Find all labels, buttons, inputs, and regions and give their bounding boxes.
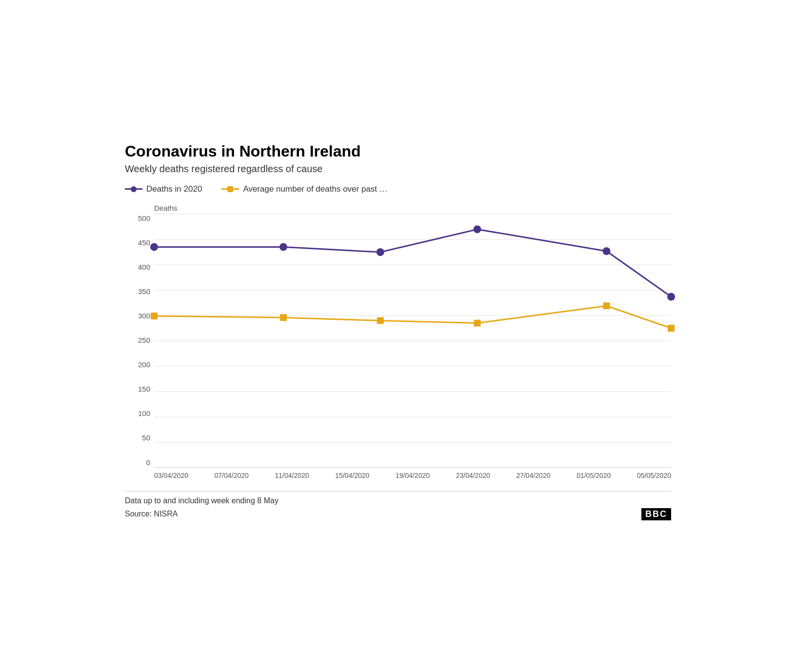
chart-container: Coronavirus in Northern Ireland Weekly d…	[105, 123, 691, 550]
plot-area	[154, 214, 671, 468]
series1-dot-1	[279, 243, 287, 251]
y-tick-400: 400	[125, 263, 154, 271]
series1-dot-5	[667, 293, 675, 300]
x-tick-2: 11/04/2020	[275, 472, 309, 479]
chart-subtitle: Weekly deaths registered regardless of c…	[125, 163, 671, 175]
series2-dot-1	[280, 314, 287, 321]
chart-source-row: Source: NISRA BBC	[125, 508, 671, 520]
series2-dot-4	[603, 302, 610, 309]
chart-source: Source: NISRA	[125, 510, 178, 518]
x-tick-4: 19/04/2020	[396, 472, 430, 479]
series1-dot-0	[150, 243, 158, 251]
y-tick-200: 200	[125, 360, 154, 369]
chart-area: Deaths 0 50 100 150 200 250 300 350 400 …	[125, 204, 671, 479]
purple-dot-icon	[131, 186, 137, 192]
legend-item-series2: Average number of deaths over past …	[221, 184, 387, 194]
y-tick-150: 150	[125, 385, 154, 393]
series2-dot-5	[668, 325, 675, 332]
chart-inner: 0 50 100 150 200 250 300 350 400 450 500	[125, 214, 671, 468]
y-tick-350: 350	[125, 287, 154, 296]
purple-line-icon	[125, 188, 142, 190]
x-tick-0: 03/04/2020	[154, 472, 188, 479]
bbc-logo: BBC	[641, 508, 671, 520]
y-tick-100: 100	[125, 409, 154, 417]
x-tick-3: 15/04/2020	[335, 472, 369, 479]
legend-series2-label: Average number of deaths over past …	[243, 184, 387, 194]
x-tick-1: 07/04/2020	[215, 472, 249, 479]
series2-dot-0	[151, 313, 158, 319]
y-tick-250: 250	[125, 336, 154, 344]
y-tick-50: 50	[125, 434, 154, 442]
x-tick-6: 27/04/2020	[516, 472, 550, 479]
legend-item-series1: Deaths in 2020	[125, 184, 202, 194]
chart-svg	[154, 214, 671, 468]
series1-dot-4	[603, 247, 611, 255]
x-tick-8: 05/05/2020	[637, 472, 671, 479]
legend: Deaths in 2020 Average number of deaths …	[125, 184, 671, 194]
series1-dot-2	[377, 248, 384, 256]
y-axis-label: Deaths	[154, 204, 671, 212]
chart-footer: Data up to and including week ending 8 M…	[125, 491, 671, 520]
x-tick-7: 01/05/2020	[577, 472, 611, 479]
series2-line	[154, 306, 671, 328]
y-tick-300: 300	[125, 312, 154, 320]
orange-line-icon	[221, 188, 239, 190]
y-axis: 0 50 100 150 200 250 300 350 400 450 500	[125, 214, 154, 468]
chart-note: Data up to and including week ending 8 M…	[125, 496, 671, 505]
legend-series1-label: Deaths in 2020	[146, 184, 202, 194]
y-tick-500: 500	[125, 214, 154, 222]
x-axis-labels: 03/04/2020 07/04/2020 11/04/2020 15/04/2…	[154, 472, 671, 479]
y-tick-450: 450	[125, 238, 154, 247]
series1-dot-3	[474, 225, 481, 233]
series2-dot-2	[377, 317, 384, 324]
chart-title: Coronavirus in Northern Ireland	[125, 142, 671, 160]
x-tick-5: 23/04/2020	[456, 472, 490, 479]
series2-dot-3	[474, 319, 481, 326]
orange-square-icon	[227, 186, 233, 192]
y-tick-0: 0	[125, 458, 154, 467]
